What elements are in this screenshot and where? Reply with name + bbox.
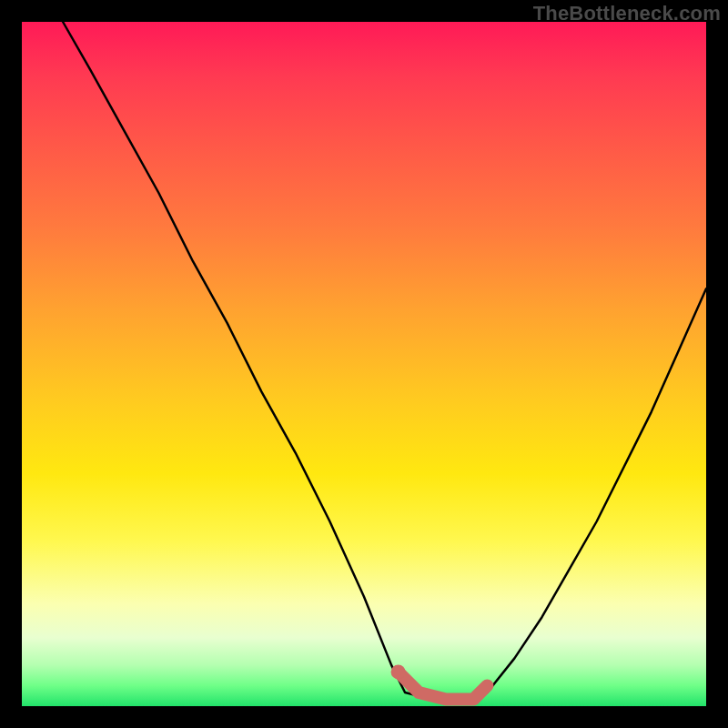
bottleneck-curve: [63, 22, 706, 700]
plot-area: [22, 22, 706, 706]
highlight-dot: [391, 664, 406, 679]
curve-svg: [22, 22, 706, 706]
chart-frame: TheBottleneck.com: [0, 0, 728, 728]
